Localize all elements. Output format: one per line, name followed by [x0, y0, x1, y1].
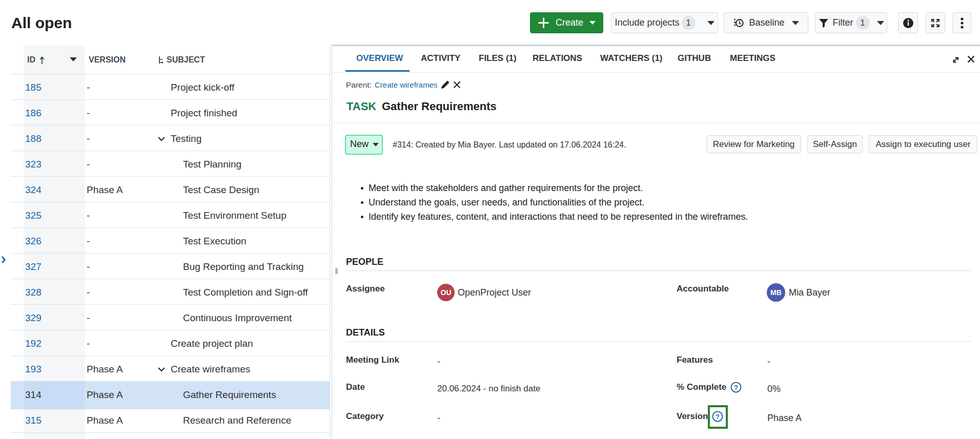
svg-text:?: ?	[734, 384, 738, 391]
svg-text:?: ?	[716, 413, 720, 421]
